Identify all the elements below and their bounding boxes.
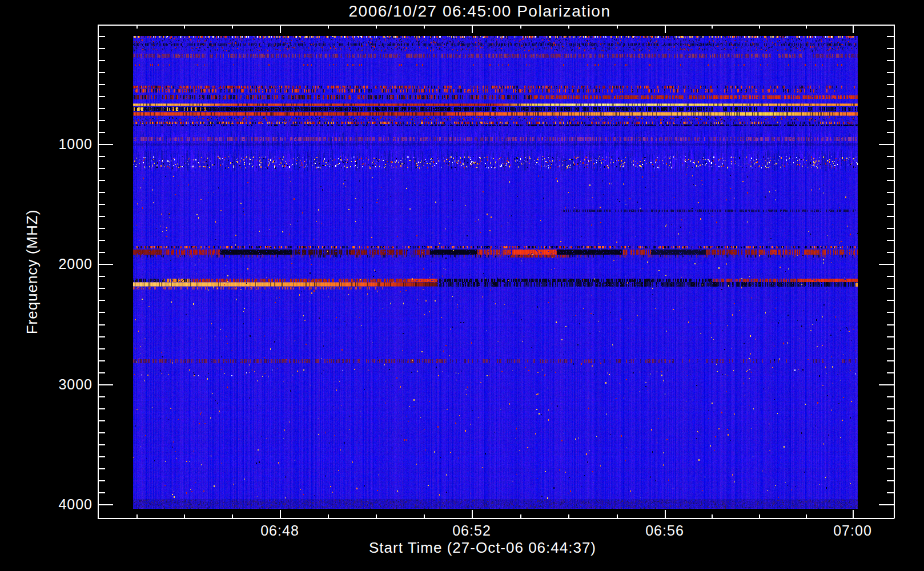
axis-frame-bottom (98, 518, 894, 519)
y-minor-tick (98, 336, 105, 337)
x-minor-tick-top (806, 25, 807, 29)
y-minor-tick-right (887, 252, 894, 253)
y-tick-label: 3000 (50, 376, 93, 393)
x-major-tick-top (665, 25, 666, 33)
y-major-tick (98, 264, 113, 265)
y-minor-tick-right (887, 360, 894, 361)
y-minor-tick (98, 132, 105, 133)
x-minor-tick (232, 514, 233, 518)
y-minor-tick-right (887, 60, 894, 61)
y-minor-tick (98, 396, 105, 397)
x-minor-tick-top (617, 25, 618, 29)
y-minor-tick-right (887, 348, 894, 349)
x-minor-tick-top (759, 25, 760, 29)
x-major-tick-top (280, 25, 281, 33)
y-minor-tick (98, 456, 105, 457)
y-minor-tick-right (887, 408, 894, 409)
y-minor-tick (98, 300, 105, 301)
y-minor-tick-right (887, 120, 894, 121)
x-minor-tick-top (568, 25, 569, 29)
y-minor-tick-right (887, 492, 894, 493)
y-minor-tick (98, 492, 105, 493)
x-minor-tick-top (232, 25, 233, 29)
y-minor-tick (98, 444, 105, 445)
y-minor-tick (98, 120, 105, 121)
y-minor-tick (98, 432, 105, 433)
x-minor-tick (184, 514, 185, 518)
y-major-tick-right (879, 144, 894, 145)
x-minor-tick (136, 514, 138, 518)
x-minor-tick-top (424, 25, 425, 29)
y-minor-tick-right (887, 96, 894, 97)
y-minor-tick (98, 192, 105, 193)
x-minor-tick-top (712, 25, 713, 29)
y-minor-tick-right (887, 108, 894, 109)
y-minor-tick (98, 36, 105, 37)
y-major-tick-right (879, 264, 894, 265)
y-minor-tick (98, 48, 105, 49)
page-title: 2006/10/27 06:45:00 Polarization (349, 2, 611, 21)
y-minor-tick (98, 156, 105, 157)
x-major-tick-top (472, 25, 473, 33)
x-major-tick (853, 510, 854, 518)
y-minor-tick-right (887, 324, 894, 325)
y-minor-tick-right (887, 72, 894, 73)
y-minor-tick-right (887, 396, 894, 397)
y-minor-tick (98, 228, 105, 229)
y-minor-tick-right (887, 228, 894, 229)
y-major-tick (98, 384, 113, 385)
y-minor-tick-right (887, 168, 894, 169)
x-major-tick (665, 510, 666, 518)
y-minor-tick (98, 276, 105, 277)
y-minor-tick-right (887, 216, 894, 217)
x-major-tick-top (853, 25, 854, 33)
x-minor-tick (806, 514, 807, 518)
x-axis-label: Start Time (27-Oct-06 06:44:37) (369, 539, 596, 557)
x-minor-tick (712, 514, 713, 518)
y-minor-tick-right (887, 432, 894, 433)
y-minor-tick-right (887, 132, 894, 133)
x-tick-label: 06:52 (452, 522, 491, 539)
y-minor-tick (98, 252, 105, 253)
axis-frame-top (98, 25, 894, 26)
x-minor-tick (328, 514, 329, 518)
y-minor-tick-right (887, 180, 894, 181)
y-minor-tick (98, 288, 105, 289)
y-minor-tick-right (887, 156, 894, 157)
y-major-tick-right (879, 384, 894, 385)
y-minor-tick (98, 312, 105, 313)
y-minor-tick-right (887, 312, 894, 313)
y-minor-tick-right (887, 420, 894, 421)
y-minor-tick-right (887, 468, 894, 469)
y-minor-tick-right (887, 192, 894, 193)
y-minor-tick (98, 480, 105, 481)
y-minor-tick-right (887, 204, 894, 205)
x-minor-tick-top (184, 25, 185, 29)
y-minor-tick (98, 96, 105, 97)
y-minor-tick-right (887, 480, 894, 481)
x-minor-tick (759, 514, 760, 518)
spectrogram-page: 2006/10/27 06:45:00 Polarization Frequen… (0, 0, 924, 571)
x-major-tick (472, 510, 473, 518)
y-minor-tick-right (887, 300, 894, 301)
y-minor-tick (98, 60, 105, 61)
y-tick-label: 2000 (50, 256, 93, 272)
y-minor-tick (98, 420, 105, 421)
y-minor-tick-right (887, 84, 894, 85)
x-minor-tick-top (328, 25, 329, 29)
spectrogram-image (133, 36, 858, 509)
y-minor-tick (98, 84, 105, 85)
y-minor-tick-right (887, 36, 894, 37)
y-minor-tick-right (887, 288, 894, 289)
x-minor-tick (520, 514, 521, 518)
y-minor-tick (98, 348, 105, 349)
y-minor-tick (98, 168, 105, 169)
x-minor-tick (424, 514, 425, 518)
y-major-tick-right (879, 504, 894, 505)
y-minor-tick-right (887, 240, 894, 241)
x-tick-label: 06:48 (260, 522, 299, 539)
y-minor-tick (98, 72, 105, 73)
y-minor-tick (98, 180, 105, 181)
y-minor-tick (98, 204, 105, 205)
y-minor-tick-right (887, 444, 894, 445)
